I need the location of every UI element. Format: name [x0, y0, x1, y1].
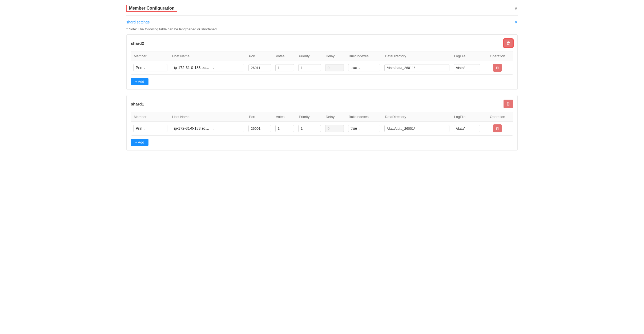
- col-header-operation: Operation: [482, 112, 513, 122]
- datadirectory-input[interactable]: [384, 64, 449, 71]
- port-input[interactable]: [248, 64, 271, 71]
- buildindexes-select[interactable]: true⌄: [348, 64, 380, 71]
- hostname-select[interactable]: ip-172-31-0-183.ec2.inte⌄: [172, 125, 244, 132]
- member-type-value: Prin: [136, 126, 142, 131]
- col-header-hostname: Host Name: [170, 51, 246, 61]
- hostname-value: ip-172-31-0-183.ec2.inte: [174, 126, 211, 131]
- delay-input[interactable]: [325, 125, 344, 132]
- votes-input[interactable]: [275, 125, 294, 132]
- header-section: Member Configuration ∨: [126, 0, 518, 16]
- shards-container: shard2🗑MemberHost NamePortVotesPriorityD…: [126, 34, 518, 150]
- shard-header-shard1: shard1🗑: [131, 100, 513, 108]
- col-header-priority: Priority: [296, 112, 323, 122]
- buildindexes-value: true: [351, 66, 357, 70]
- shard-header-shard2: shard2🗑: [131, 39, 513, 47]
- chevron-down-icon: ⌄: [143, 127, 146, 130]
- table-shard2: MemberHost NamePortVotesPriorityDelayBui…: [131, 51, 513, 75]
- priority-input[interactable]: [298, 125, 321, 132]
- chevron-down-icon: ⌄: [143, 66, 146, 70]
- shard-settings-bar: shard settings ∨: [126, 16, 518, 27]
- chevron-down-icon: ⌄: [358, 127, 360, 130]
- votes-input[interactable]: [275, 64, 294, 71]
- col-header-priority: Priority: [296, 51, 323, 61]
- trash-icon: 🗑: [496, 66, 499, 70]
- col-header-member: Member: [131, 112, 170, 122]
- shard-settings-label[interactable]: shard settings: [126, 20, 150, 24]
- col-header-delay: Delay: [323, 112, 346, 122]
- chevron-down-icon: ⌄: [358, 66, 360, 70]
- trash-icon: 🗑: [506, 101, 510, 106]
- trash-icon: 🗑: [506, 41, 510, 46]
- table-row: Prin⌄ip-172-31-0-183.ec2.inte⌄true⌄🗑: [131, 122, 513, 135]
- priority-input[interactable]: [298, 64, 321, 71]
- col-header-member: Member: [131, 51, 170, 61]
- logfile-input[interactable]: [454, 125, 480, 132]
- delete-row-button[interactable]: 🗑: [493, 64, 502, 72]
- add-member-button-shard2[interactable]: + Add: [131, 78, 148, 85]
- note-text: * Note: The following table can be lengt…: [126, 27, 518, 34]
- delete-shard-button-shard2[interactable]: 🗑: [504, 39, 513, 47]
- shard-title-shard1: shard1: [131, 102, 144, 106]
- shard-title-shard2: shard2: [131, 41, 144, 46]
- hostname-select[interactable]: ip-172-31-0-183.ec2.inte⌄: [172, 64, 244, 71]
- col-header-port: Port: [246, 51, 273, 61]
- datadirectory-input[interactable]: [384, 125, 449, 132]
- col-header-logfile: LogFile: [452, 112, 482, 122]
- buildindexes-value: true: [351, 126, 357, 131]
- col-header-buildindexes: BuildIndexes: [346, 112, 382, 122]
- trash-icon: 🗑: [496, 126, 499, 131]
- hostname-value: ip-172-31-0-183.ec2.inte: [174, 66, 211, 70]
- delete-row-button[interactable]: 🗑: [493, 124, 502, 132]
- logfile-input[interactable]: [454, 64, 480, 71]
- col-header-port: Port: [246, 112, 273, 122]
- add-member-button-shard1[interactable]: + Add: [131, 139, 148, 146]
- col-header-datadirectory: DataDirectory: [382, 112, 451, 122]
- table-row: Prin⌄ip-172-31-0-183.ec2.inte⌄true⌄🗑: [131, 61, 513, 75]
- member-type-select[interactable]: Prin⌄: [133, 64, 167, 71]
- col-header-logfile: LogFile: [452, 51, 482, 61]
- shard-block-shard2: shard2🗑MemberHost NamePortVotesPriorityD…: [126, 34, 518, 90]
- shard-settings-chevron-icon[interactable]: ∨: [514, 19, 518, 25]
- col-header-votes: Votes: [273, 51, 296, 61]
- member-type-value: Prin: [136, 66, 142, 70]
- member-type-select[interactable]: Prin⌄: [133, 125, 167, 132]
- delete-shard-button-shard1[interactable]: 🗑: [504, 100, 513, 108]
- chevron-down-icon: ⌄: [212, 127, 215, 130]
- table-shard1: MemberHost NamePortVotesPriorityDelayBui…: [131, 112, 513, 136]
- col-header-datadirectory: DataDirectory: [382, 51, 451, 61]
- col-header-operation: Operation: [482, 51, 513, 61]
- buildindexes-select[interactable]: true⌄: [348, 125, 380, 132]
- col-header-delay: Delay: [323, 51, 346, 61]
- col-header-buildindexes: BuildIndexes: [346, 51, 382, 61]
- collapse-icon[interactable]: ∨: [514, 5, 518, 11]
- port-input[interactable]: [248, 125, 271, 132]
- col-header-votes: Votes: [273, 112, 296, 122]
- page-title: Member Configuration: [126, 5, 177, 12]
- chevron-down-icon: ⌄: [212, 66, 215, 70]
- shard-block-shard1: shard1🗑MemberHost NamePortVotesPriorityD…: [126, 95, 518, 150]
- delay-input[interactable]: [325, 64, 344, 71]
- col-header-hostname: Host Name: [170, 112, 246, 122]
